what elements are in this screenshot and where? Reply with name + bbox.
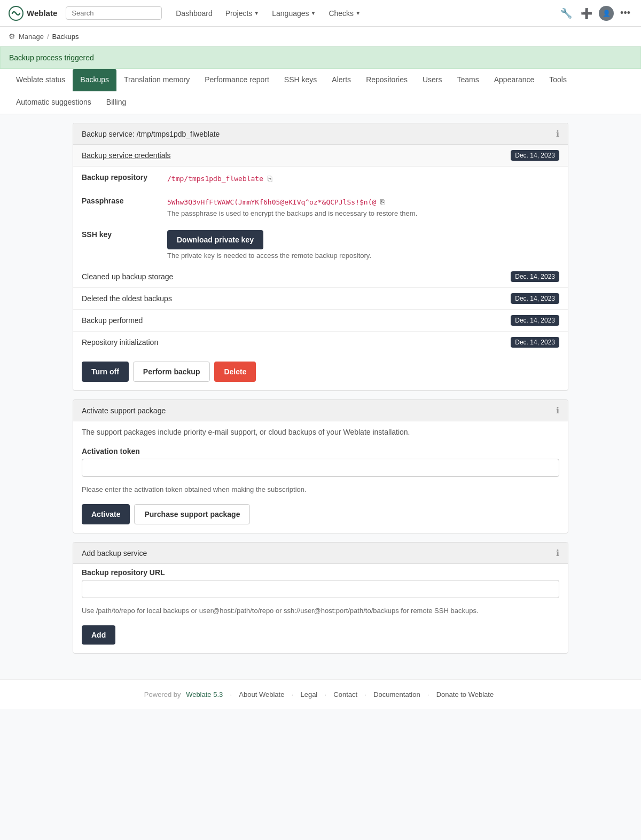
copy-passphrase-btn[interactable]: ⎘ <box>378 197 387 207</box>
backup-action-buttons: Turn off Perform backup Delete <box>73 353 568 390</box>
log-rows-container: Cleaned up backup storage Dec. 14, 2023 … <box>73 266 568 353</box>
log-row-1: Deleted the oldest backups Dec. 14, 2023 <box>73 288 568 310</box>
breadcrumb-manage[interactable]: Manage <box>19 33 44 41</box>
credentials-header-label[interactable]: Backup service credentials <box>82 151 171 160</box>
tab-translation-memory[interactable]: Translation memory <box>116 69 197 91</box>
avatar[interactable]: 👤 <box>599 6 614 21</box>
log-date-1: Dec. 14, 2023 <box>511 293 559 304</box>
backup-service-title: Backup service: /tmp/tmps1pdb_flweblate <box>82 130 220 138</box>
perform-backup-button[interactable]: Perform backup <box>133 362 210 382</box>
add-backup-info-icon[interactable]: ℹ <box>556 548 559 558</box>
support-info-icon[interactable]: ℹ <box>556 405 559 415</box>
nav-languages[interactable]: Languages ▼ <box>267 6 321 21</box>
activation-token-group: Activation token <box>73 443 568 483</box>
passphrase-label: Passphrase <box>73 190 159 224</box>
add-backup-header: Add backup service ℹ <box>73 543 568 564</box>
tab-automatic-suggestions[interactable]: Automatic suggestions <box>9 91 99 114</box>
backup-repo-url-help: Use /path/to/repo for local backups or u… <box>73 605 568 621</box>
add-backup-action-buttons: Add <box>73 621 568 653</box>
backup-trigger-alert: Backup process triggered <box>0 46 641 69</box>
brand-logo[interactable]: Weblate <box>9 6 57 21</box>
footer-documentation[interactable]: Documentation <box>373 690 420 698</box>
activation-token-help: Please enter the activation token obtain… <box>73 483 568 500</box>
ssh-key-cell: Download private key The private key is … <box>159 224 568 266</box>
add-backup-button[interactable]: Add <box>82 625 115 645</box>
credentials-header-row: Backup service credentials Dec. 14, 2023 <box>73 145 568 167</box>
search-input[interactable] <box>66 6 162 20</box>
delete-button[interactable]: Delete <box>214 362 256 382</box>
tabs-container: Weblate status Backups Translation memor… <box>0 69 641 114</box>
checks-dropdown-icon: ▼ <box>355 10 361 16</box>
log-label-1: Deleted the oldest backups <box>82 294 172 303</box>
breadcrumb: ⚙ Manage / Backups <box>0 27 641 46</box>
log-label-0: Cleaned up backup storage <box>82 272 173 281</box>
footer-legal[interactable]: Legal <box>300 690 317 698</box>
backup-service-info-icon[interactable]: ℹ <box>556 129 559 139</box>
log-date-2: Dec. 14, 2023 <box>511 315 559 326</box>
wrench-icon-btn[interactable]: 🔧 <box>558 5 574 21</box>
breadcrumb-separator: / <box>47 33 49 41</box>
tab-billing[interactable]: Billing <box>99 91 134 114</box>
log-label-3: Repository initialization <box>82 338 158 347</box>
repo-row: Backup repository /tmp/tmps1pdb_flweblat… <box>73 167 568 190</box>
support-action-buttons: Activate Purchase support package <box>73 500 568 533</box>
log-row-0: Cleaned up backup storage Dec. 14, 2023 <box>73 266 568 288</box>
passphrase-value: 5Whw3Q3vHfFtWAWC(JmmYKf6h05@eKIVq^oz*&QC… <box>167 198 376 206</box>
copy-repo-btn[interactable]: ⎘ <box>265 173 274 184</box>
footer: Powered by Weblate 5.3 · About Weblate ·… <box>0 679 641 709</box>
footer-weblate-link[interactable]: Weblate 5.3 <box>186 690 223 698</box>
backup-repo-url-group: Backup repository URL <box>73 564 568 605</box>
more-menu-btn[interactable]: ••• <box>618 5 632 21</box>
ssh-key-row: SSH key Download private key The private… <box>73 224 568 266</box>
credentials-section: Backup service credentials Dec. 14, 2023… <box>73 145 568 266</box>
credentials-header-date: Dec. 14, 2023 <box>511 150 559 161</box>
footer-donate[interactable]: Donate to Weblate <box>436 690 494 698</box>
weblate-logo-icon <box>9 6 24 21</box>
log-row-3: Repository initialization Dec. 14, 2023 <box>73 332 568 353</box>
breadcrumb-current: Backups <box>52 33 79 41</box>
passphrase-help: The passphrase is used to encrypt the ba… <box>167 209 559 217</box>
tab-teams[interactable]: Teams <box>450 69 487 91</box>
add-backup-title: Add backup service <box>82 549 147 558</box>
activation-token-label: Activation token <box>82 447 559 456</box>
passphrase-row: Passphrase 5Whw3Q3vHfFtWAWC(JmmYKf6h05@e… <box>73 190 568 224</box>
brand-name: Weblate <box>27 9 57 18</box>
support-package-header: Activate support package ℹ <box>73 400 568 421</box>
download-private-key-btn[interactable]: Download private key <box>167 230 263 249</box>
tab-users[interactable]: Users <box>415 69 450 91</box>
support-package-title: Activate support package <box>82 406 166 415</box>
repo-value-cell: /tmp/tmps1pdb_flweblate ⎘ <box>159 167 568 190</box>
projects-dropdown-icon: ▼ <box>254 10 259 16</box>
manage-icon: ⚙ <box>9 32 15 41</box>
tab-repositories[interactable]: Repositories <box>358 69 415 91</box>
log-label-2: Backup performed <box>82 316 143 325</box>
backup-service-card: Backup service: /tmp/tmps1pdb_flweblate … <box>73 123 568 391</box>
backup-repo-url-input[interactable] <box>82 580 559 598</box>
nav-dashboard[interactable]: Dashboard <box>170 6 218 21</box>
footer-about[interactable]: About Weblate <box>239 690 284 698</box>
credentials-table: Backup repository /tmp/tmps1pdb_flweblat… <box>73 167 568 266</box>
backup-service-header: Backup service: /tmp/tmps1pdb_flweblate … <box>73 123 568 145</box>
support-package-card: Activate support package ℹ The support p… <box>73 399 568 533</box>
tab-appearance[interactable]: Appearance <box>487 69 542 91</box>
passphrase-value-cell: 5Whw3Q3vHfFtWAWC(JmmYKf6h05@eKIVq^oz*&QC… <box>159 190 568 224</box>
nav-projects[interactable]: Projects ▼ <box>220 6 264 21</box>
footer-powered-by: Powered by <box>144 690 181 698</box>
tab-tools[interactable]: Tools <box>542 69 574 91</box>
activation-token-input[interactable] <box>82 459 559 477</box>
tab-performance-report[interactable]: Performance report <box>197 69 277 91</box>
tab-ssh-keys[interactable]: SSH keys <box>277 69 324 91</box>
log-row-2: Backup performed Dec. 14, 2023 <box>73 310 568 332</box>
tab-backups[interactable]: Backups <box>73 69 116 91</box>
turn-off-button[interactable]: Turn off <box>82 362 129 382</box>
repo-value: /tmp/tmps1pdb_flweblate <box>167 175 263 183</box>
footer-contact[interactable]: Contact <box>333 690 357 698</box>
purchase-support-button[interactable]: Purchase support package <box>134 504 250 524</box>
plus-icon-btn[interactable]: ➕ <box>579 5 595 21</box>
nav-checks[interactable]: Checks ▼ <box>323 6 366 21</box>
tab-alerts[interactable]: Alerts <box>324 69 358 91</box>
ssh-key-help: The private key is needed to access the … <box>167 252 559 260</box>
languages-dropdown-icon: ▼ <box>311 10 316 16</box>
tab-weblate-status[interactable]: Weblate status <box>9 69 73 91</box>
activate-button[interactable]: Activate <box>82 504 130 524</box>
